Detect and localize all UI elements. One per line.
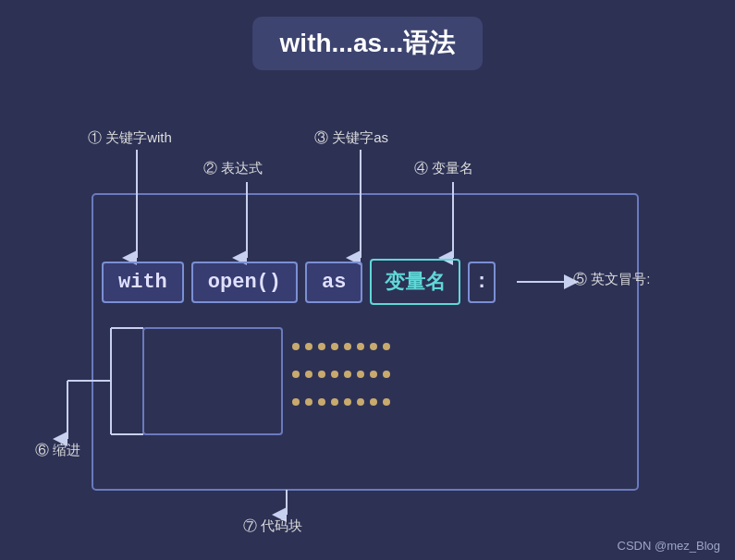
keyword-as: as xyxy=(305,262,362,303)
svg-point-28 xyxy=(318,398,325,406)
keyword-with: with xyxy=(102,262,184,303)
svg-point-10 xyxy=(292,343,300,350)
svg-point-19 xyxy=(305,371,312,378)
title-box: with...as...语法 xyxy=(252,17,484,70)
label-indent: ⑥ 缩进 xyxy=(35,442,80,459)
credit: CSDN @mez_Blog xyxy=(618,539,720,553)
keyword-open: open() xyxy=(191,262,298,303)
label-keyword-with: ① 关键字with xyxy=(88,129,172,147)
label-colon: ⑤ 英文冒号: xyxy=(573,271,650,288)
page-background: with...as...语法 xyxy=(0,0,735,560)
svg-point-11 xyxy=(305,343,312,350)
label-varname: ④ 变量名 xyxy=(414,160,473,177)
colon: : xyxy=(468,262,495,303)
svg-point-14 xyxy=(344,343,351,350)
svg-point-31 xyxy=(357,398,364,406)
svg-point-24 xyxy=(370,371,377,378)
label-keyword-as: ③ 关键字as xyxy=(314,129,388,147)
svg-point-29 xyxy=(331,398,338,406)
svg-rect-3 xyxy=(92,194,638,490)
svg-point-12 xyxy=(318,343,325,350)
svg-point-20 xyxy=(318,371,325,378)
svg-point-26 xyxy=(292,398,300,406)
page-title: with...as...语法 xyxy=(280,29,456,57)
svg-point-16 xyxy=(370,343,377,350)
code-line: with open() as 变量名 : xyxy=(102,259,496,305)
svg-point-33 xyxy=(383,398,390,406)
svg-point-21 xyxy=(331,371,338,378)
label-codeblock: ⑦ 代码块 xyxy=(243,517,302,535)
svg-point-17 xyxy=(383,343,390,350)
svg-point-15 xyxy=(357,343,364,350)
svg-point-30 xyxy=(344,398,351,406)
svg-point-25 xyxy=(383,371,390,378)
svg-point-18 xyxy=(292,371,300,378)
keyword-varname: 变量名 xyxy=(370,259,460,305)
svg-point-22 xyxy=(344,371,351,378)
svg-rect-9 xyxy=(143,328,282,434)
svg-point-27 xyxy=(305,398,312,406)
svg-point-13 xyxy=(331,343,338,350)
svg-point-23 xyxy=(357,371,364,378)
svg-point-32 xyxy=(370,398,377,406)
label-expression: ② 表达式 xyxy=(203,160,263,177)
